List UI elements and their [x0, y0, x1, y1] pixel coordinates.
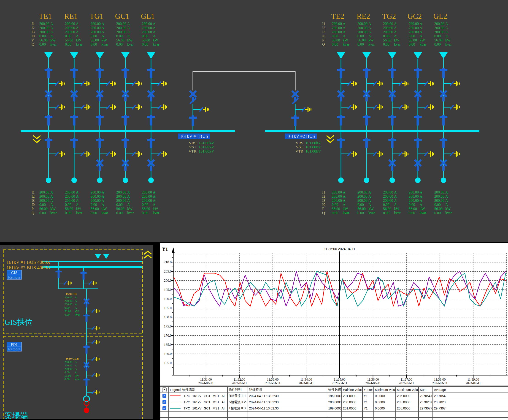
disconnect-switch-icon[interactable] [388, 138, 396, 148]
ground-switch-icon[interactable] [49, 81, 64, 86]
checkbox-cell[interactable]: ✔ [160, 393, 169, 399]
feeder-bay-GL2[interactable]: GL2200.00A200.00A200.00A0.00A56.00kW0.00… [433, 12, 459, 215]
alarm-terminal-icon[interactable] [84, 401, 89, 405]
feeder-terminal-icon[interactable] [123, 178, 128, 183]
ground-switch-icon[interactable] [100, 105, 116, 110]
fo1-remote-button[interactable]: FO1Remote [7, 342, 22, 351]
disconnect-switch-icon[interactable] [189, 115, 197, 126]
ground-switch-icon[interactable] [87, 340, 99, 344]
legend-row[interactable]: ✔TPC161kVGC1MS1AIS相電流 IL22024-04-11 13:0… [160, 399, 508, 405]
disconnect-switch-icon[interactable] [337, 115, 345, 126]
disconnect-switch-icon[interactable] [45, 68, 52, 78]
mini-bus1-bar[interactable] [42, 261, 142, 262]
disconnect-switch-icon[interactable] [440, 68, 447, 78]
checkbox-cell[interactable]: ✔ [160, 405, 169, 411]
double-chevron-down-icon[interactable] [327, 135, 334, 142]
ground-switch-icon[interactable] [87, 357, 99, 361]
ground-switch-icon[interactable] [151, 151, 167, 157]
feeder-bay-GC1[interactable]: GC1200.00A200.00A200.00A0.00A56.00kW0.00… [115, 12, 141, 215]
disconnect-switch-icon[interactable] [122, 115, 129, 126]
feeder-terminal-icon[interactable] [390, 178, 395, 183]
ground-switch-icon[interactable] [87, 373, 99, 377]
bus-tie-bay[interactable] [189, 72, 311, 131]
disconnect-switch-icon[interactable] [337, 68, 345, 78]
disconnect-switch-icon[interactable] [55, 270, 62, 278]
ground-switch-icon[interactable] [443, 105, 459, 110]
ground-switch-icon[interactable] [295, 107, 311, 112]
disconnect-switch-icon[interactable] [363, 138, 370, 148]
ground-switch-icon[interactable] [151, 81, 167, 86]
feeder-bay-RE1[interactable]: RE1200.00A200.00A200.00A0.00A56.00kW0.00… [64, 12, 90, 215]
feeder-bay-TE1[interactable]: TE1200.00A200.00A200.00A0.00A56.00kW0.00… [39, 12, 64, 215]
ground-switch-icon[interactable] [125, 151, 141, 157]
ground-switch-icon[interactable] [418, 81, 434, 86]
feeder-terminal-icon[interactable] [364, 178, 369, 183]
disconnect-switch-icon[interactable] [83, 314, 89, 322]
disconnect-switch-icon[interactable] [363, 68, 370, 78]
ground-switch-icon[interactable] [100, 151, 116, 157]
disconnect-switch-icon[interactable] [122, 68, 129, 78]
ground-switch-icon[interactable] [74, 151, 90, 157]
ground-switch-icon[interactable] [341, 105, 357, 110]
ground-switch-icon[interactable] [392, 81, 408, 86]
double-chevron-down-icon[interactable] [33, 135, 41, 142]
legend-row[interactable]: ✔TPC161kVGC1MS1AIT相電流 IL32024-04-11 13:0… [160, 405, 508, 411]
ground-switch-icon[interactable] [151, 105, 167, 110]
disconnect-switch-icon[interactable] [414, 68, 422, 78]
ground-switch-icon[interactable] [193, 107, 209, 112]
ground-switch-icon[interactable] [341, 81, 357, 86]
series-checkbox[interactable]: ✔ [162, 406, 166, 410]
disconnect-switch-icon[interactable] [147, 115, 155, 126]
feeder-terminal-icon[interactable] [441, 178, 446, 183]
disconnect-switch-icon[interactable] [70, 138, 78, 148]
series-checkbox[interactable]: ✔ [162, 394, 166, 398]
disconnect-switch-icon[interactable] [414, 138, 422, 148]
disconnect-switch-icon[interactable] [363, 115, 370, 126]
ground-switch-icon[interactable] [392, 151, 408, 157]
ground-switch-icon[interactable] [418, 105, 434, 110]
ground-switch-icon[interactable] [87, 390, 99, 394]
disconnect-switch-icon[interactable] [291, 115, 299, 126]
feeder-bay-RE2[interactable]: RE2200.00A200.00A200.00A0.00A56.00kW0.00… [357, 12, 382, 215]
ground-switch-icon[interactable] [87, 326, 99, 330]
bus1-bar[interactable] [21, 130, 235, 132]
feeder-bay-TG2[interactable]: TG2200.00A200.00A200.00A0.00A56.00kW0.00… [382, 12, 408, 215]
ground-switch-icon[interactable] [87, 309, 99, 313]
ground-switch-icon[interactable] [125, 81, 141, 86]
checkbox-cell[interactable]: ✔ [160, 399, 169, 405]
disconnect-switch-icon[interactable] [388, 68, 396, 78]
feeder-terminal-icon[interactable] [415, 178, 420, 183]
disconnect-switch-icon[interactable] [147, 138, 155, 148]
ground-switch-icon[interactable] [59, 281, 71, 285]
disconnect-switch-icon[interactable] [70, 115, 78, 126]
ground-switch-icon[interactable] [49, 105, 64, 110]
bus2-bar[interactable] [265, 130, 479, 132]
ground-switch-icon[interactable] [83, 281, 96, 285]
disconnect-switch-icon[interactable] [96, 138, 104, 148]
feeder-bay-GL1[interactable]: GL1200.00A200.00A200.00A0.00A56.00kW0.00… [141, 12, 167, 215]
feeder-terminal-icon[interactable] [97, 178, 103, 183]
feeder-bay-TG1[interactable]: TG1200.00A200.00A200.00A0.00A56.00kW0.00… [90, 12, 116, 215]
disconnect-switch-icon[interactable] [45, 115, 52, 126]
disconnect-switch-icon[interactable] [337, 138, 345, 148]
double-chevron-up-icon[interactable] [144, 251, 152, 258]
ground-switch-icon[interactable] [367, 81, 382, 86]
disconnect-switch-icon[interactable] [80, 271, 87, 280]
ground-switch-icon[interactable] [443, 81, 459, 86]
ground-switch-icon[interactable] [443, 151, 459, 157]
disconnect-switch-icon[interactable] [388, 115, 396, 126]
disconnect-switch-icon[interactable] [70, 68, 78, 78]
ground-switch-icon[interactable] [100, 81, 116, 86]
feeder-terminal-icon[interactable] [71, 178, 77, 183]
feeder-terminal-icon[interactable] [148, 178, 154, 183]
feeder-terminal-icon[interactable] [338, 178, 344, 183]
ground-switch-icon[interactable] [367, 105, 382, 110]
feeder-bay-GC2[interactable]: GC2200.00A200.00A200.00A0.00A56.00kW0.00… [408, 12, 434, 215]
disconnect-switch-icon[interactable] [83, 378, 89, 386]
feeder-terminal-icon[interactable] [46, 178, 51, 183]
ground-switch-icon[interactable] [74, 105, 90, 110]
ground-switch-icon[interactable] [418, 151, 434, 157]
ground-switch-icon[interactable] [74, 81, 90, 86]
ground-switch-icon[interactable] [341, 151, 357, 157]
circuit-breaker-icon[interactable] [190, 91, 196, 102]
